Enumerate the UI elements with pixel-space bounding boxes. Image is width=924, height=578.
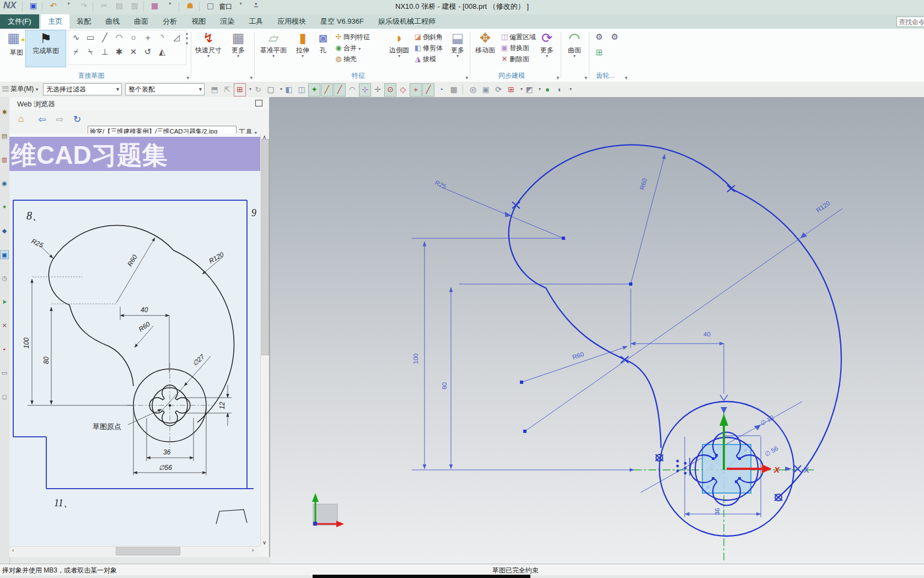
reuse-library-icon[interactable]: ◉ [1, 179, 8, 187]
assembly-navigator-icon[interactable]: ✱ [1, 108, 8, 116]
snap-point-icon[interactable]: ＋ [410, 83, 422, 97]
gear-tool-icon[interactable]: ⚙ [592, 30, 606, 44]
snap-quadrant-icon[interactable]: ◇ [397, 83, 409, 95]
gear-pair-icon[interactable]: ⚙ [608, 30, 622, 44]
datum-plane-button[interactable]: ▱ 基准平面▾ [256, 30, 291, 58]
group-scroll-arrows[interactable]: ▴▾▾ [186, 31, 188, 46]
tab-曲面[interactable]: 曲面 [127, 14, 155, 29]
sketch-tool-icon-10[interactable]: ⊥ [98, 45, 112, 59]
snap-face-icon[interactable]: ◔ [435, 83, 447, 95]
browser-content-image[interactable]: 维CAD习题集 8、 9 [9, 133, 260, 546]
tab-娱乐级机械工程师[interactable]: 娱乐级机械工程师 [371, 14, 443, 29]
sketch-tool-icon-0[interactable]: ∿ [69, 30, 83, 45]
snap-grid-icon[interactable]: ▦ [448, 83, 460, 95]
sketch-tool-icon-3[interactable]: ◠ [112, 30, 126, 45]
home-icon[interactable]: ⌂ [18, 114, 24, 125]
sketch-tool-icon-11[interactable]: ✱ [112, 45, 126, 59]
window-b-icon[interactable]: ◻ [1, 393, 8, 400]
snap-enable-icon[interactable]: ✦ [308, 83, 320, 97]
snap-intersection-icon[interactable]: ✛ [372, 83, 384, 95]
tab-星空 V6.936F[interactable]: 星空 V6.936F [313, 14, 371, 29]
undo-icon[interactable]: ↶ [47, 0, 60, 11]
group-dropdown-icon[interactable]: ▾ [465, 75, 468, 81]
pattern-feature-button[interactable]: ✣阵列特征 [334, 31, 370, 43]
find-command-input[interactable] [896, 17, 924, 27]
snap-tangent-icon[interactable]: ◠ [346, 83, 358, 95]
undo-dropdown-icon[interactable]: ▾ [62, 0, 76, 7]
history-icon[interactable]: ◆ [1, 227, 8, 234]
sketch-tool-icon-7[interactable]: ◿ [169, 30, 184, 45]
view-palette-icon[interactable]: ✦ [1, 203, 8, 211]
manage-icon[interactable]: ✕ [1, 322, 8, 329]
sketch-outline[interactable] [509, 145, 841, 536]
sketch-tool-icon-12[interactable]: ✕ [126, 45, 141, 59]
forward-icon[interactable]: ⇨ [56, 114, 63, 125]
snap-line-icon[interactable]: ╱ [422, 83, 434, 97]
shell-button[interactable]: ◍抽壳 [334, 53, 357, 65]
horizontal-scroll-thumb[interactable] [116, 547, 180, 555]
graphics-viewport[interactable]: R25 R60 R120 100 80 40 R60 ∅ 12 ∅ 27 ∅ 5… [270, 97, 924, 564]
image-icon[interactable]: ▣ [480, 83, 492, 95]
sphere-icon[interactable]: ● [541, 83, 554, 95]
tab-视图[interactable]: 视图 [184, 14, 213, 29]
layout-dropdown-icon[interactable]: ▾ [163, 0, 176, 7]
part-navigator-icon[interactable]: ▥ [1, 156, 8, 163]
offset-region-button[interactable]: ◫偏置区域 [499, 31, 536, 43]
snap-endpoint-icon[interactable]: ╱ [321, 83, 333, 97]
feature-more-button[interactable]: ⬓ 更多▾ [447, 30, 468, 58]
sketch-tool-icon-9[interactable]: ⍀ [83, 45, 98, 59]
tab-曲线[interactable]: 曲线 [98, 14, 127, 29]
group-dropdown-icon[interactable]: ▾ [250, 75, 253, 81]
move-face-button[interactable]: ✥ 移动面 [472, 30, 498, 54]
snap-midpoint-icon[interactable]: ╱ [334, 83, 346, 97]
horizontal-scrollbar[interactable]: ‹ › [9, 546, 259, 556]
save-icon[interactable]: ▣ [26, 0, 40, 11]
group-dropdown-icon[interactable]: ▾ [625, 75, 627, 81]
sketch-tool-icon-6[interactable]: ◝ [155, 30, 169, 45]
tab-主页[interactable]: 主页 [41, 14, 69, 29]
handle-icon[interactable]: ⇱ [221, 83, 233, 95]
tab-渲染[interactable]: 渲染 [213, 14, 241, 29]
orient-view-icon[interactable]: ⬒ [208, 83, 221, 95]
wcs-triad[interactable] [312, 493, 344, 527]
selection-scope-combobox[interactable]: 整个装配▼ [125, 83, 205, 95]
tab-工具[interactable]: 工具 [241, 14, 270, 29]
group-dropdown-icon[interactable]: ▾ [186, 75, 189, 81]
window-dropdown-icon[interactable]: ▾ [234, 0, 248, 7]
tab-应用模块[interactable]: 应用模块 [270, 14, 313, 29]
surface-button[interactable]: ◠ 曲面▾ [562, 30, 587, 58]
snap-arc-center-icon[interactable]: ⊙ [384, 83, 396, 97]
window-a-icon[interactable]: ▭ [1, 369, 8, 377]
draft-button[interactable]: ◮拔模 [413, 53, 436, 65]
chamfer-button[interactable]: ◪倒斜角 [413, 31, 443, 43]
browser-panel-header[interactable]: Web 浏览器 [9, 97, 269, 110]
sync-more-button[interactable]: ⟳ 更多▾ [536, 30, 558, 58]
tab-分析[interactable]: 分析 [155, 14, 184, 29]
refresh-icon[interactable]: ↻ [73, 114, 81, 125]
tab-装配[interactable]: 装配 [69, 14, 98, 29]
sketch-tool-icon-13[interactable]: ↺ [141, 45, 155, 59]
group-dropdown-icon[interactable]: ▾ [556, 75, 559, 81]
arc-center-points[interactable] [520, 237, 632, 433]
finish-sketch-button[interactable]: ⚑ 完成草图 [25, 30, 66, 67]
layout-icon[interactable]: ▦ [148, 0, 162, 11]
window-icon[interactable]: ▢ [204, 0, 217, 11]
constraint-navigator-icon[interactable]: ▤ [1, 132, 8, 140]
rotate-icon[interactable]: ⟳ [492, 83, 504, 95]
shaded-cube-icon[interactable]: ◧ [283, 83, 295, 95]
unite-button[interactable]: ◉合并 ▾ [334, 42, 361, 54]
extrude-button[interactable]: ▮ 拉伸▾ [292, 30, 314, 58]
menu-button[interactable]: ▤ 菜单(M) ▾ [2, 84, 38, 94]
system-materials-icon[interactable]: ◷ [1, 274, 8, 282]
window-menu-label[interactable]: 窗口 [219, 3, 232, 10]
hole-button[interactable]: ◙ 孔 [314, 30, 332, 54]
sketch-tool-icon-4[interactable]: ○ [126, 30, 141, 45]
half-section-icon[interactable]: ◫ [296, 83, 308, 95]
process-studio-icon[interactable]: ➤ [1, 298, 8, 306]
trim-body-button[interactable]: ◧修剪体 [413, 42, 443, 54]
back-icon[interactable]: ⇦ [38, 114, 46, 125]
edge-blend-button[interactable]: ◗ 边倒圆▾ [386, 30, 412, 58]
sketch-tool-icon-1[interactable]: ▭ [83, 30, 98, 45]
tab-file[interactable]: 文件(F) [0, 14, 39, 29]
sketch-tool-icon-14[interactable]: ◭ [155, 45, 169, 59]
